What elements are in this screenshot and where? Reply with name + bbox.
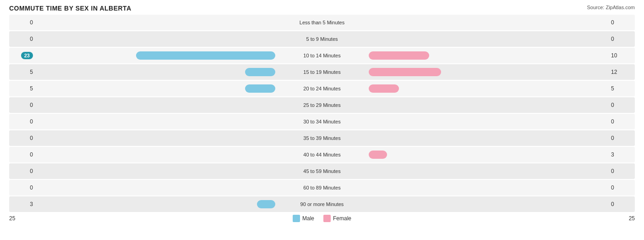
bars-center: 60 to 89 Minutes	[37, 180, 607, 195]
bar-pair: 45 to 59 Minutes	[37, 163, 607, 179]
right-value: 0	[607, 201, 635, 207]
right-value: 12	[607, 69, 635, 75]
bars-center: 15 to 19 Minutes	[37, 64, 607, 80]
right-bar-wrap	[368, 166, 607, 176]
table-row: 0 5 to 9 Minutes 0	[9, 31, 635, 47]
right-value: 0	[607, 102, 635, 108]
right-value: 0	[607, 135, 635, 141]
legend-male-label: Male	[302, 215, 314, 222]
title-row: COMMUTE TIME BY SEX IN ALBERTA Source: Z…	[9, 5, 635, 12]
label-wrap: 90 or more Minutes	[276, 196, 368, 212]
right-bar-wrap	[368, 84, 607, 94]
left-bar-wrap	[37, 67, 276, 77]
left-bar-wrap	[37, 199, 276, 209]
bar-male	[245, 68, 275, 76]
left-bar-wrap	[37, 150, 276, 160]
bar-pair: 15 to 19 Minutes	[37, 64, 607, 80]
bar-male	[257, 200, 275, 208]
male-value: 0	[30, 168, 33, 174]
bar-pair: 40 to 44 Minutes	[37, 147, 607, 162]
axis-left-label: 25	[9, 215, 37, 222]
left-bar-wrap	[37, 17, 276, 28]
left-bar-wrap	[37, 117, 276, 127]
label-wrap: Less than 5 Minutes	[276, 15, 368, 30]
bar-label: 10 to 14 Minutes	[300, 52, 343, 59]
bars-center: Less than 5 Minutes	[37, 15, 607, 30]
left-bar-wrap	[37, 100, 276, 110]
right-bar-wrap	[368, 17, 607, 28]
bar-label: 30 to 34 Minutes	[300, 118, 343, 125]
label-wrap: 30 to 34 Minutes	[276, 114, 368, 129]
right-bar-wrap	[368, 117, 607, 127]
bar-pair: 90 or more Minutes	[37, 196, 607, 212]
female-value: 0	[611, 135, 614, 141]
label-wrap: 45 to 59 Minutes	[276, 163, 368, 179]
female-value: 0	[611, 168, 614, 174]
label-wrap: 5 to 9 Minutes	[276, 31, 368, 47]
table-row: 0 Less than 5 Minutes 0	[9, 15, 635, 30]
bar-label: 15 to 19 Minutes	[300, 68, 343, 76]
table-row: 3 90 or more Minutes 0	[9, 196, 635, 212]
table-row: 0 45 to 59 Minutes 0	[9, 163, 635, 179]
bars-center: 35 to 39 Minutes	[37, 130, 607, 146]
right-value: 0	[607, 118, 635, 125]
bar-label: 45 to 59 Minutes	[300, 167, 343, 175]
left-value: 3	[9, 201, 37, 207]
bar-label: 40 to 44 Minutes	[300, 151, 343, 158]
bar-male	[136, 51, 275, 60]
legend: Male Female	[37, 215, 607, 222]
bar-female	[369, 51, 429, 60]
bars-center: 10 to 14 Minutes	[37, 48, 607, 63]
table-row: 0 35 to 39 Minutes 0	[9, 130, 635, 146]
chart-title: COMMUTE TIME BY SEX IN ALBERTA	[9, 5, 131, 12]
table-row: 0 60 to 89 Minutes 0	[9, 180, 635, 195]
axis-right-label: 25	[607, 215, 635, 222]
bar-female	[369, 68, 441, 76]
left-value: 0	[9, 36, 37, 42]
female-value: 5	[611, 85, 614, 92]
male-value: 0	[30, 102, 33, 108]
right-bar-wrap	[368, 100, 607, 110]
female-value: 0	[611, 201, 614, 207]
left-bar-wrap	[37, 133, 276, 143]
female-value: 10	[611, 52, 617, 59]
bar-pair: Less than 5 Minutes	[37, 15, 607, 30]
male-value: 3	[30, 201, 33, 207]
bar-female	[369, 151, 387, 159]
bar-label: 25 to 29 Minutes	[300, 101, 343, 109]
bar-pair: 35 to 39 Minutes	[37, 130, 607, 146]
bars-center: 40 to 44 Minutes	[37, 147, 607, 162]
left-value: 0	[9, 135, 37, 141]
left-bar-wrap	[37, 84, 276, 94]
right-bar-wrap	[368, 183, 607, 193]
source-text: Source: ZipAtlas.com	[587, 5, 635, 10]
chart-container: COMMUTE TIME BY SEX IN ALBERTA Source: Z…	[0, 0, 644, 240]
label-wrap: 10 to 14 Minutes	[276, 48, 368, 63]
left-value: 5	[9, 85, 37, 92]
bars-center: 20 to 24 Minutes	[37, 81, 607, 96]
bar-label: 20 to 24 Minutes	[300, 85, 343, 92]
female-value: 0	[611, 19, 614, 26]
male-value-badge: 23	[21, 52, 33, 59]
right-value: 5	[607, 85, 635, 92]
male-value: 0	[30, 135, 33, 141]
legend-male-box	[293, 215, 300, 222]
label-wrap: 20 to 24 Minutes	[276, 81, 368, 96]
female-value: 3	[611, 151, 614, 158]
right-value: 0	[607, 19, 635, 26]
left-value: 0	[9, 168, 37, 174]
bar-label: 5 to 9 Minutes	[303, 35, 340, 43]
left-value: 0	[9, 151, 37, 158]
male-value: 0	[30, 151, 33, 158]
bars-center: 5 to 9 Minutes	[37, 31, 607, 47]
table-row: 0 40 to 44 Minutes 3	[9, 147, 635, 162]
label-wrap: 60 to 89 Minutes	[276, 180, 368, 195]
left-bar-wrap	[37, 183, 276, 193]
table-row: 5 15 to 19 Minutes 12	[9, 64, 635, 80]
bar-label: 35 to 39 Minutes	[300, 134, 343, 142]
legend-female-label: Female	[333, 215, 351, 222]
right-bar-wrap	[368, 199, 607, 209]
left-bar-wrap	[37, 166, 276, 176]
left-bar-wrap	[37, 50, 276, 61]
bars-center: 90 or more Minutes	[37, 196, 607, 212]
